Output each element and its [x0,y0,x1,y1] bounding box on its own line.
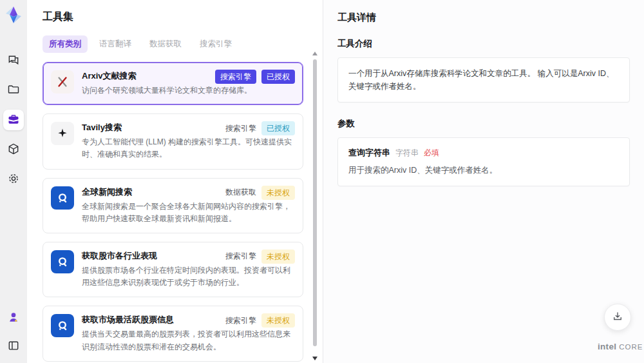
scroll-up-arrow-icon[interactable] [312,52,317,55]
tab-language-translation[interactable]: 语言翻译 [93,35,138,53]
intro-text: 一个用于从Arxiv存储库搜索科学论文和文章的工具。 输入可以是Arxiv ID… [348,67,619,93]
category-badge: 搜索引擎 [215,70,256,84]
detail-title: 工具详情 [337,12,630,24]
scroll-down-arrow-icon[interactable] [312,357,317,360]
sidebar-item-chat[interactable] [3,50,24,71]
user-avatar[interactable] [3,308,24,328]
download-button[interactable] [604,304,631,331]
core-logo-text: core [619,343,643,351]
tool-card-global-news[interactable]: 全球新闻搜索 全球新闻搜索是一个聚合全球各大新闻网站内容的搜索引擎，帮助用户快速… [43,178,303,233]
category-label: 搜索引擎 [225,251,256,262]
icon-rail [0,0,27,363]
intro-card: 一个用于从Arxiv存储库搜索科学论文和文章的工具。 输入可以是Arxiv ID… [337,57,630,103]
tool-description: 专为人工智能代理 (LLM) 构建的搜索引擎工具。可快速提供实时、准确和真实的结… [82,136,295,161]
sidebar-item-tools[interactable] [3,110,24,130]
auth-status-badge: 未授权 [261,186,295,200]
toolbox-icon [7,113,20,128]
param-card: 查询字符串 字符串 必填 用于搜索的Arxiv ID、关键字或作者姓名。 [337,137,630,186]
tool-detail-panel: 工具详情 工具介绍 一个用于从Arxiv存储库搜索科学论文和文章的工具。 输入可… [323,0,644,363]
collapse-sidebar-button[interactable] [3,336,24,357]
news-search-logo-icon [51,250,74,273]
tool-description: 提供股票市场各个行业在特定时间段内的表现。投资者可以利用这些信息来识别表现优于或… [82,264,295,289]
scrollbar-thumb[interactable] [313,59,317,346]
sidebar-item-packages[interactable] [3,139,24,160]
param-name: 查询字符串 [348,147,390,159]
news-search-logo-icon [51,314,74,337]
category-label: 数据获取 [225,187,256,198]
tool-description: 访问各个研究领域大量科学论文和文章的存储库。 [82,84,295,97]
tool-description: 全球新闻搜索是一个聚合全球各大新闻网站内容的搜索引擎，帮助用户快速获取全球最新资… [82,201,295,225]
params-heading: 参数 [337,118,630,130]
user-avatar-icon [7,311,20,326]
news-search-logo-icon [51,186,74,210]
package-icon [7,142,20,157]
auth-status-badge: 已授权 [261,70,295,84]
param-description: 用于搜索的Arxiv ID、关键字或作者姓名。 [348,164,619,177]
arxiv-logo-icon [51,70,74,93]
sidebar-item-settings[interactable] [3,169,24,190]
tool-card-active-stocks[interactable]: 获取市场最活跃股票信息 提供当天交易量最高的股票列表，投资者可以利用这些信息来识… [43,306,303,361]
download-icon [612,311,623,324]
list-scrollbar[interactable] [312,54,317,354]
intel-core-logo: intel core [598,342,636,351]
tool-card-tavily[interactable]: Tavily搜索 专为人工智能代理 (LLM) 构建的搜索引擎工具。可快速提供实… [43,113,303,169]
category-tabs: 所有类别 语言翻译 数据获取 搜索引擎 [43,35,303,53]
category-label: 搜索引擎 [225,123,256,134]
param-required-badge: 必填 [424,148,439,159]
intro-heading: 工具介绍 [337,38,630,50]
intel-logo-text: intel [598,342,616,351]
folder-icon [7,83,20,98]
app-logo-icon[interactable] [4,5,23,25]
app-window: 工具集 所有类别 语言翻译 数据获取 搜索引擎 Arxiv文献搜索 访问各个研究… [0,0,644,363]
tool-list-panel: 工具集 所有类别 语言翻译 数据获取 搜索引擎 Arxiv文献搜索 访问各个研究… [27,0,323,363]
page-title: 工具集 [43,10,303,24]
tool-card-industry-performance[interactable]: 获取股市各行业表现 提供股票市场各个行业在特定时间段内的表现。投资者可以利用这些… [43,242,303,297]
auth-status-badge: 已授权 [261,121,295,135]
panel-toggle-icon [7,339,20,354]
param-type: 字符串 [395,148,419,159]
tool-card-arxiv[interactable]: Arxiv文献搜索 访问各个研究领域大量科学论文和文章的存储库。 搜索引擎 已授… [43,62,303,105]
tab-search-engine[interactable]: 搜索引擎 [193,35,238,53]
category-label: 搜索引擎 [225,315,256,326]
tavily-star-icon [51,122,74,145]
auth-status-badge: 未授权 [261,250,295,264]
tool-card-list: Arxiv文献搜索 访问各个研究领域大量科学论文和文章的存储库。 搜索引擎 已授… [43,62,303,363]
tab-all-categories[interactable]: 所有类别 [43,35,88,53]
tab-data-acquisition[interactable]: 数据获取 [143,35,188,53]
settings-gear-icon [7,172,20,187]
chat-icon [7,54,20,68]
tool-description: 提供当天交易量最高的股票列表，投资者可以利用这些信息来识别流动性强的股票和潜在的… [82,328,295,353]
sidebar-item-files[interactable] [3,80,24,101]
auth-status-badge: 未授权 [261,313,295,328]
